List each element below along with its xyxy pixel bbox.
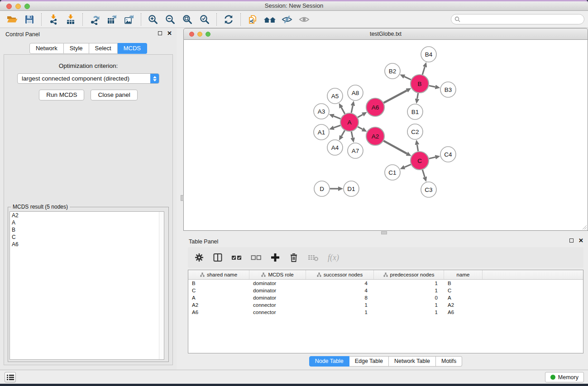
close-panel-icon[interactable]: ✕ <box>167 31 172 36</box>
table-cell[interactable]: 1 <box>374 309 444 316</box>
table-cell[interactable]: A <box>444 294 483 301</box>
graph-node-A2[interactable]: A2 <box>366 127 384 145</box>
result-list-item[interactable]: A6 <box>10 241 164 248</box>
tab-network-table[interactable]: Network Table <box>389 356 436 367</box>
column-header-mcds-role[interactable]: MCDS role <box>249 270 306 279</box>
table-cell[interactable]: 4 <box>306 280 374 287</box>
graph-node-A7[interactable]: A7 <box>348 143 363 158</box>
column-header-name[interactable]: name <box>444 270 483 279</box>
graph-node-B2[interactable]: B2 <box>385 63 400 79</box>
delete-column-button[interactable] <box>289 253 299 262</box>
first-neighbors-button[interactable] <box>261 12 278 27</box>
graph-node-A6[interactable]: A6 <box>366 98 384 116</box>
splitter-handle-left[interactable] <box>181 195 184 201</box>
import-table-button[interactable] <box>62 12 79 27</box>
graph-node-C4[interactable]: C4 <box>440 147 456 162</box>
graph-node-B[interactable]: B <box>411 75 429 93</box>
zoom-fit-button[interactable] <box>179 12 196 27</box>
table-cell[interactable]: A2 <box>444 301 483 309</box>
save-session-button[interactable] <box>21 12 38 27</box>
column-header-successor-nodes[interactable]: successor nodes <box>306 270 374 279</box>
zoom-in-button[interactable] <box>144 12 162 27</box>
close-panel-button[interactable]: Close panel <box>91 90 137 100</box>
table-cell[interactable]: 1 <box>374 280 444 287</box>
graph-node-C2[interactable]: C2 <box>407 124 423 139</box>
graph-node-A1[interactable]: A1 <box>314 124 329 140</box>
add-column-button[interactable] <box>270 253 280 262</box>
export-table-button[interactable] <box>103 12 120 27</box>
tab-network[interactable]: Network <box>29 43 64 54</box>
export-network-button[interactable] <box>86 12 103 27</box>
delete-table-button[interactable] <box>307 253 319 262</box>
graph-node-B3[interactable]: B3 <box>440 82 456 97</box>
task-history-button[interactable] <box>5 372 16 382</box>
column-header-predecessor-nodes[interactable]: predecessor nodes <box>374 270 444 279</box>
export-image-button[interactable] <box>120 12 138 27</box>
select-all-button[interactable] <box>231 253 242 262</box>
refresh-button[interactable] <box>220 12 237 27</box>
tab-select[interactable]: Select <box>89 43 118 54</box>
close-panel-icon[interactable]: ✕ <box>578 238 583 243</box>
graph-node-B4[interactable]: B4 <box>421 47 436 62</box>
zoom-window-button[interactable] <box>24 4 30 9</box>
zoom-selected-button[interactable] <box>196 12 213 27</box>
table-row[interactable]: A6connector11A6 <box>188 309 583 316</box>
table-cell[interactable]: dominator <box>249 294 306 301</box>
tab-mcds[interactable]: MCDS <box>118 43 147 54</box>
memory-button[interactable]: Memory <box>545 372 584 382</box>
result-list-item[interactable]: B <box>10 226 164 234</box>
table-row[interactable]: A2connector11A2 <box>188 301 583 309</box>
table-row[interactable]: Bdominator41B <box>188 280 583 287</box>
run-mcds-button[interactable]: Run MCDS <box>39 90 84 100</box>
open-file-button[interactable] <box>4 12 21 27</box>
table-cell[interactable]: 4 <box>306 287 374 294</box>
result-list-item[interactable]: C <box>10 234 164 241</box>
minimize-window-button[interactable] <box>15 4 21 9</box>
tab-motifs[interactable]: Motifs <box>436 356 462 367</box>
tab-style[interactable]: Style <box>64 43 89 54</box>
import-network-button[interactable] <box>45 12 62 27</box>
table-cell[interactable]: connector <box>249 309 306 316</box>
graph-node-C[interactable]: C <box>411 152 429 170</box>
table-cell[interactable]: 0 <box>374 294 444 301</box>
table-cell[interactable]: dominator <box>249 280 306 287</box>
table-settings-button[interactable] <box>194 253 204 262</box>
hide-selected-button[interactable] <box>278 12 296 27</box>
column-view-button[interactable] <box>213 253 223 262</box>
table-cell[interactable]: 1 <box>306 301 374 309</box>
function-builder-button[interactable]: f(x) <box>328 253 339 262</box>
zoom-network-button[interactable] <box>206 32 210 37</box>
duplicate-network-button[interactable] <box>244 12 261 27</box>
table-row[interactable]: Adominator80A <box>188 294 583 301</box>
table-cell[interactable]: C <box>444 287 483 294</box>
table-cell[interactable]: C <box>188 287 249 294</box>
table-cell[interactable]: A <box>188 294 249 301</box>
show-all-button[interactable] <box>296 12 313 27</box>
table-row[interactable]: Cdominator41C <box>188 287 583 294</box>
table-cell[interactable]: B <box>444 280 483 287</box>
graph-node-D[interactable]: D <box>314 181 330 196</box>
float-panel-icon[interactable] <box>158 31 162 35</box>
graph-node-D1[interactable]: D1 <box>344 181 359 196</box>
minimize-network-button[interactable] <box>197 32 202 37</box>
table-cell[interactable]: A6 <box>444 309 483 316</box>
result-list-item[interactable]: A <box>10 219 164 226</box>
tab-node-table[interactable]: Node Table <box>309 356 349 367</box>
tab-edge-table[interactable]: Edge Table <box>349 356 389 367</box>
graph-node-B1[interactable]: B1 <box>407 104 423 119</box>
column-header-shared-name[interactable]: shared name <box>188 270 249 279</box>
table-cell[interactable]: 8 <box>306 294 374 301</box>
close-window-button[interactable] <box>6 4 12 9</box>
zoom-out-button[interactable] <box>162 12 179 27</box>
graph-node-A8[interactable]: A8 <box>348 85 363 100</box>
graph-node-A4[interactable]: A4 <box>327 140 343 155</box>
deselect-all-button[interactable] <box>251 253 262 262</box>
search-input[interactable] <box>462 15 584 24</box>
search-field[interactable] <box>451 14 584 24</box>
graph-node-C3[interactable]: C3 <box>421 182 436 197</box>
table-cell[interactable]: dominator <box>249 287 306 294</box>
splitter-handle-bottom[interactable] <box>381 231 387 234</box>
close-network-button[interactable] <box>189 32 194 37</box>
table-cell[interactable]: 1 <box>374 287 444 294</box>
resize-grip[interactable] <box>581 224 587 230</box>
